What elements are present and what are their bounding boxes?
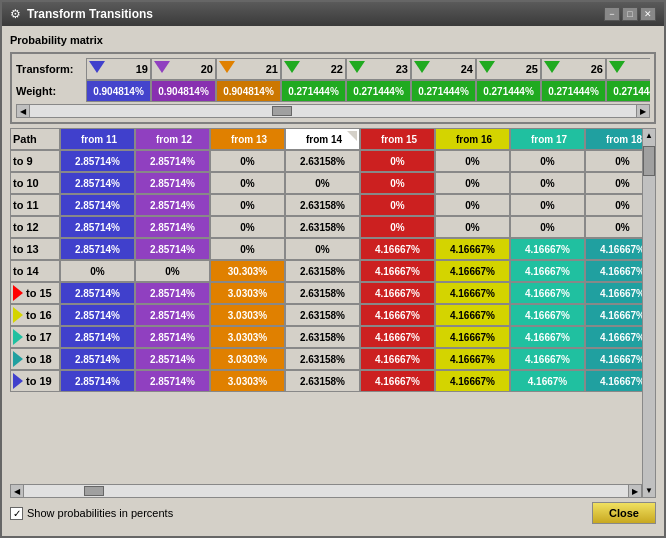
scroll-left-bottom[interactable]: ◀ bbox=[10, 484, 24, 498]
data-cell: 0% bbox=[210, 172, 285, 194]
table-row: to 112.85714%2.85714%0%2.63158%0%0%0%0%0… bbox=[10, 194, 642, 216]
data-cell: 4.16667% bbox=[435, 304, 510, 326]
transform-id-24: 24 bbox=[411, 58, 476, 80]
scroll-up-btn[interactable]: ▲ bbox=[643, 129, 655, 142]
window-icon: ⚙ bbox=[10, 7, 21, 21]
data-cell: 0% bbox=[360, 172, 435, 194]
data-cell: 0% bbox=[285, 172, 360, 194]
scroll-right-bottom[interactable]: ▶ bbox=[628, 484, 642, 498]
transform-id-22: 22 bbox=[281, 58, 346, 80]
weight-cell-0: 0.904814% bbox=[86, 80, 151, 102]
data-cell: 0% bbox=[585, 194, 642, 216]
data-cell: 4.16667% bbox=[435, 238, 510, 260]
scroll-track-bottom[interactable] bbox=[24, 484, 628, 498]
path-header: Path bbox=[10, 128, 60, 150]
table-container: Path from 11from 12from 13from 14from 15… bbox=[10, 128, 642, 498]
data-cell: 0% bbox=[210, 238, 285, 260]
title-bar-left: ⚙ Transform Transitions bbox=[10, 7, 153, 21]
weight-cell-2: 0.904814% bbox=[216, 80, 281, 102]
row-header-1: to 10 bbox=[10, 172, 60, 194]
scroll-thumb-top[interactable] bbox=[272, 106, 292, 116]
row-header-9: to 18 bbox=[10, 348, 60, 370]
data-cell: 2.63158% bbox=[285, 348, 360, 370]
data-cell: 2.85714% bbox=[135, 370, 210, 392]
data-cell: 2.85714% bbox=[135, 172, 210, 194]
data-cell: 0% bbox=[210, 216, 285, 238]
row-header-5: to 14 bbox=[10, 260, 60, 282]
scroll-right-top[interactable]: ▶ bbox=[636, 104, 650, 118]
show-percents-checkbox[interactable]: ✓ bbox=[10, 507, 23, 520]
data-cell: 4.16667% bbox=[585, 304, 642, 326]
weight-cells: 0.904814%0.904814%0.904814%0.271444%0.27… bbox=[86, 80, 650, 102]
data-cell: 2.63158% bbox=[285, 216, 360, 238]
data-cell: 4.16667% bbox=[585, 370, 642, 392]
main-table-section: Path from 11from 12from 13from 14from 15… bbox=[10, 128, 656, 498]
data-cell: 2.85714% bbox=[60, 150, 135, 172]
table-row: to 192.85714%2.85714%3.0303%2.63158%4.16… bbox=[10, 370, 642, 392]
row-header-8: to 17 bbox=[10, 326, 60, 348]
data-cell: 2.85714% bbox=[135, 238, 210, 260]
data-cell: 0% bbox=[135, 260, 210, 282]
transform-id-19: 19 bbox=[86, 58, 151, 80]
weight-cell-4: 0.271444% bbox=[346, 80, 411, 102]
data-cell: 0% bbox=[510, 172, 585, 194]
row-header-0: to 9 bbox=[10, 150, 60, 172]
data-cell: 0% bbox=[360, 194, 435, 216]
column-headers: from 11from 12from 13from 14from 15from … bbox=[60, 128, 642, 150]
data-cell: 0% bbox=[585, 216, 642, 238]
scroll-down-btn[interactable]: ▼ bbox=[643, 484, 655, 497]
scroll-left-top[interactable]: ◀ bbox=[16, 104, 30, 118]
data-cell: 4.16667% bbox=[360, 282, 435, 304]
weight-cell-8: 0.271444% bbox=[606, 80, 650, 102]
col-header-5: from 16 bbox=[435, 128, 510, 150]
transform-id-23: 23 bbox=[346, 58, 411, 80]
data-cell: 4.16667% bbox=[585, 260, 642, 282]
col-header-6: from 17 bbox=[510, 128, 585, 150]
data-cell: 4.16667% bbox=[585, 282, 642, 304]
table-row: to 92.85714%2.85714%0%2.63158%0%0%0%0%0% bbox=[10, 150, 642, 172]
section-label: Probability matrix bbox=[10, 34, 656, 46]
data-cell: 4.16667% bbox=[360, 304, 435, 326]
close-window-button[interactable]: ✕ bbox=[640, 7, 656, 21]
data-cell: 2.85714% bbox=[60, 326, 135, 348]
data-cell: 2.63158% bbox=[285, 326, 360, 348]
scroll-v-thumb[interactable] bbox=[643, 146, 655, 176]
transform-row: Transform: 192021222324252627 bbox=[16, 58, 650, 80]
data-cell: 2.63158% bbox=[285, 304, 360, 326]
probability-matrix-section: Transform: 192021222324252627 Weight: 0.… bbox=[10, 52, 656, 124]
close-button[interactable]: Close bbox=[592, 502, 656, 524]
transform-header-cells: 192021222324252627 bbox=[86, 58, 650, 80]
title-buttons[interactable]: − □ ✕ bbox=[604, 7, 656, 21]
data-cell: 4.16667% bbox=[435, 282, 510, 304]
data-cell: 0% bbox=[360, 216, 435, 238]
table-row: to 140%0%30.303%2.63158%4.16667%4.16667%… bbox=[10, 260, 642, 282]
data-cell: 2.85714% bbox=[60, 194, 135, 216]
data-cell: 2.85714% bbox=[60, 370, 135, 392]
maximize-button[interactable]: □ bbox=[622, 7, 638, 21]
scroll-track-top[interactable] bbox=[30, 104, 636, 118]
data-cell: 4.1667% bbox=[510, 370, 585, 392]
vertical-scrollbar[interactable]: ▲ ▼ bbox=[642, 128, 656, 498]
checkbox-row: ✓ Show probabilities in percents bbox=[10, 507, 173, 520]
data-cell: 4.16667% bbox=[435, 348, 510, 370]
scroll-thumb-bottom[interactable] bbox=[84, 486, 104, 496]
transform-id-25: 25 bbox=[476, 58, 541, 80]
data-cell: 2.85714% bbox=[135, 348, 210, 370]
data-cell: 4.16667% bbox=[510, 304, 585, 326]
row-header-2: to 11 bbox=[10, 194, 60, 216]
main-window: ⚙ Transform Transitions − □ ✕ Probabilit… bbox=[0, 0, 666, 538]
data-cell: 2.63158% bbox=[285, 282, 360, 304]
minimize-button[interactable]: − bbox=[604, 7, 620, 21]
weight-row: Weight: 0.904814%0.904814%0.904814%0.271… bbox=[16, 80, 650, 102]
top-scrollbar[interactable]: ◀ ▶ bbox=[16, 104, 650, 118]
col-header-4: from 15 bbox=[360, 128, 435, 150]
weight-cell-3: 0.271444% bbox=[281, 80, 346, 102]
bottom-scrollbar[interactable]: ◀ ▶ bbox=[10, 484, 642, 498]
data-cell: 4.16667% bbox=[510, 326, 585, 348]
row-header-7: to 16 bbox=[10, 304, 60, 326]
data-cell: 3.0303% bbox=[210, 348, 285, 370]
data-cell: 4.16667% bbox=[585, 326, 642, 348]
table-row: to 152.85714%2.85714%3.0303%2.63158%4.16… bbox=[10, 282, 642, 304]
data-cell: 4.16667% bbox=[435, 370, 510, 392]
data-cell: 2.85714% bbox=[60, 348, 135, 370]
